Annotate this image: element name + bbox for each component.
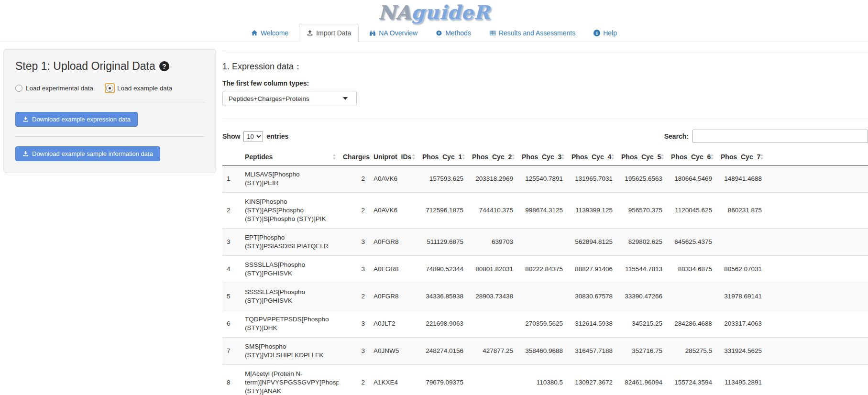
- value-cell: 180664.5469: [667, 165, 716, 193]
- value-cell: [517, 283, 567, 310]
- filler-cell: [766, 338, 868, 365]
- question-circle-icon[interactable]: ?: [159, 61, 169, 71]
- radio-label: Load experimental data: [26, 85, 93, 92]
- tab-na-overview[interactable]: NA Overview: [362, 24, 425, 42]
- value-cell: 248274.0156: [418, 338, 468, 365]
- filler-cell: [766, 310, 868, 338]
- value-cell: [517, 229, 567, 256]
- search-label: Search:: [664, 132, 689, 140]
- peptide-cell: EPT[Phospho (STY)]PSIASDISLPIATQELR: [241, 229, 339, 256]
- value-cell: 312614.5938: [567, 310, 617, 338]
- chevron-down-icon: [343, 97, 348, 100]
- value-cell: 155724.3594: [667, 365, 716, 395]
- column-label: Phos_Cyc_1: [422, 153, 462, 161]
- tab-label: Import Data: [316, 29, 351, 37]
- value-cell: 427877.25: [468, 338, 517, 365]
- selected-value: Peptides+Charges+Proteins: [229, 95, 309, 102]
- uniprot-id-cell: A1KXE4: [369, 365, 418, 395]
- value-cell: 744410.375: [468, 193, 517, 229]
- value-cell: 639703: [468, 229, 517, 256]
- sort-icon: [461, 154, 465, 160]
- value-cell: 358460.9688: [517, 338, 567, 365]
- radio-load-example-data[interactable]: Load example data: [106, 84, 172, 92]
- column-label: Phos_Cyc_5: [621, 153, 661, 161]
- value-cell: [716, 229, 766, 256]
- charge-cell: 3: [339, 229, 369, 256]
- column-header-filler: [766, 149, 868, 165]
- peptide-cell: SSSSLLAS[Phospho (STY)]PGHISVK: [241, 256, 339, 283]
- column-header-Charges[interactable]: Charges: [339, 149, 369, 165]
- charge-cell: 2: [339, 283, 369, 310]
- table-row: 7SMS[Phospho (STY)]VDLSHIPLKDPLLFK3A0JNW…: [222, 338, 868, 365]
- page-length-control: Show 10 entries: [222, 131, 288, 142]
- value-cell: 82461.96094: [617, 365, 667, 395]
- value-cell: 80562.07031: [716, 256, 766, 283]
- column-header-index: [222, 149, 241, 165]
- panel-title: Step 1: Upload Original Data ?: [15, 60, 204, 73]
- value-cell: 115544.7813: [617, 256, 667, 283]
- value-cell: 956570.375: [617, 193, 667, 229]
- value-cell: 860231.875: [716, 193, 766, 229]
- data-source-radio-group: Load experimental data Load example data: [15, 84, 204, 92]
- binoculars-icon: [369, 30, 376, 36]
- sort-icon: [332, 154, 336, 160]
- divider: [222, 51, 868, 51]
- column-header-Uniprot_IDs[interactable]: Uniprot_IDs: [369, 149, 418, 165]
- row-index-cell: 6: [222, 310, 241, 338]
- tab-import-data[interactable]: Import Data: [299, 24, 359, 42]
- peptide-cell: SMS[Phospho (STY)]VDLSHIPLKDPLLFK: [241, 338, 339, 365]
- column-types-select[interactable]: Peptides+Charges+Proteins: [222, 91, 357, 106]
- column-header-Phos_Cyc_3[interactable]: Phos_Cyc_3: [517, 149, 567, 165]
- sort-icon: [611, 154, 615, 160]
- uniprot-id-cell: A0AVK6: [369, 193, 418, 229]
- value-cell: [468, 365, 517, 395]
- page-length-select[interactable]: 10: [243, 131, 263, 142]
- charge-cell: 2: [339, 365, 369, 395]
- column-header-Phos_Cyc_6[interactable]: Phos_Cyc_6: [667, 149, 716, 165]
- table-icon: [489, 30, 496, 36]
- column-header-Phos_Cyc_5[interactable]: Phos_Cyc_5: [617, 149, 667, 165]
- tab-help[interactable]: i Help: [586, 24, 625, 42]
- value-cell: 125540.7891: [517, 165, 567, 193]
- tab-results-assessments[interactable]: Results and Assessments: [482, 24, 583, 42]
- value-cell: 331924.5625: [716, 338, 766, 365]
- column-label: Phos_Cyc_4: [571, 153, 611, 161]
- tab-label: NA Overview: [379, 29, 418, 37]
- charge-cell: 3: [339, 310, 369, 338]
- radio-load-experimental-data[interactable]: Load experimental data: [15, 85, 93, 92]
- download-example-expression-button[interactable]: Download example expression data: [15, 112, 138, 127]
- column-types-label: The first few column types:: [222, 79, 868, 87]
- column-label: Phos_Cyc_7: [721, 153, 760, 161]
- column-header-Phos_Cyc_2[interactable]: Phos_Cyc_2: [468, 149, 517, 165]
- datatable-controls: Show 10 entries Search:: [222, 130, 868, 143]
- column-header-Phos_Cyc_7[interactable]: Phos_Cyc_7: [716, 149, 766, 165]
- radio-circle-icon: [15, 85, 22, 92]
- column-header-Phos_Cyc_1[interactable]: Phos_Cyc_1: [418, 149, 468, 165]
- tab-label: Help: [603, 29, 617, 37]
- column-header-Peptides[interactable]: Peptides: [241, 149, 339, 165]
- value-cell: 829802.625: [617, 229, 667, 256]
- row-index-cell: 5: [222, 283, 241, 310]
- value-cell: 80334.6875: [667, 256, 716, 283]
- column-label: Phos_Cyc_6: [671, 153, 711, 161]
- column-header-Phos_Cyc_4[interactable]: Phos_Cyc_4: [567, 149, 617, 165]
- value-cell: 645625.4375: [667, 229, 716, 256]
- table-row: 2KINS[Phospho (STY)]APS[Phospho (STY)]S[…: [222, 193, 868, 229]
- value-cell: 1120045.625: [667, 193, 716, 229]
- column-label: Phos_Cyc_2: [472, 153, 512, 161]
- logo-text: NA: [378, 1, 411, 23]
- search-input[interactable]: [692, 130, 868, 143]
- tab-label: Welcome: [261, 29, 288, 37]
- value-cell: 110380.5: [517, 365, 567, 395]
- app-logo: NAguideR: [0, 0, 868, 23]
- uniprot-id-cell: A0FGR8: [369, 256, 418, 283]
- tab-methods[interactable]: Methods: [428, 24, 479, 42]
- sort-icon: [660, 154, 664, 160]
- button-label: Download example sample information data: [32, 150, 153, 157]
- charge-cell: 3: [339, 256, 369, 283]
- value-cell: 270359.5625: [517, 310, 567, 338]
- tab-welcome[interactable]: Welcome: [243, 24, 296, 42]
- value-cell: 285275.5: [667, 338, 716, 365]
- main-content: 1. Expression data： The first few column…: [222, 51, 868, 395]
- download-example-sample-info-button[interactable]: Download example sample information data: [15, 146, 160, 161]
